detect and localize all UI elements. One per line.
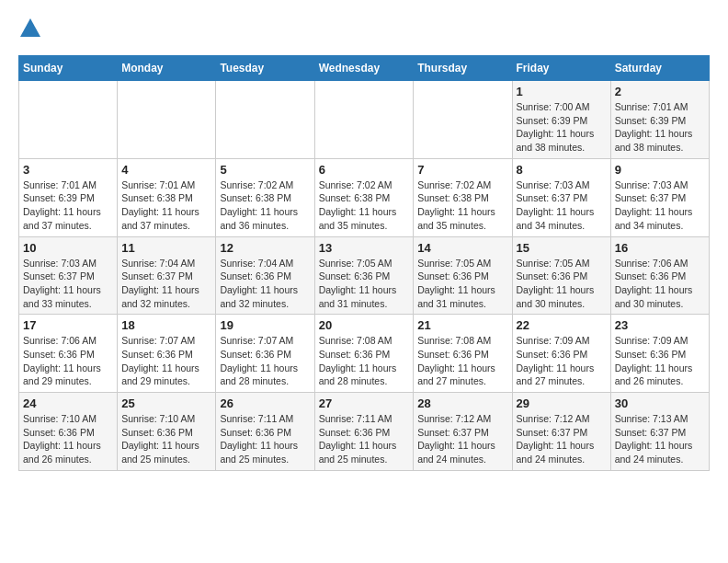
day-info: Sunrise: 7:01 AM Sunset: 6:38 PM Dayligh… — [121, 178, 211, 233]
day-info: Sunrise: 7:04 AM Sunset: 6:37 PM Dayligh… — [121, 257, 211, 311]
day-info: Sunrise: 7:06 AM Sunset: 6:36 PM Dayligh… — [615, 257, 705, 311]
calendar-cell: 1Sunrise: 7:00 AM Sunset: 6:39 PM Daylig… — [512, 81, 610, 159]
day-number: 23 — [615, 318, 705, 332]
day-info: Sunrise: 7:08 AM Sunset: 6:36 PM Dayligh… — [319, 334, 410, 388]
day-info: Sunrise: 7:06 AM Sunset: 6:36 PM Dayligh… — [23, 334, 113, 388]
day-info: Sunrise: 7:09 AM Sunset: 6:36 PM Dayligh… — [517, 334, 607, 388]
day-info: Sunrise: 7:11 AM Sunset: 6:36 PM Dayligh… — [220, 412, 310, 466]
calendar-cell: 26Sunrise: 7:11 AM Sunset: 6:36 PM Dayli… — [216, 393, 314, 471]
day-info: Sunrise: 7:10 AM Sunset: 6:36 PM Dayligh… — [23, 412, 113, 466]
weekday-header-thursday: Thursday — [414, 56, 512, 81]
day-number: 5 — [220, 163, 310, 177]
day-info: Sunrise: 7:02 AM Sunset: 6:38 PM Dayligh… — [220, 178, 310, 233]
calendar-week-2: 3Sunrise: 7:01 AM Sunset: 6:39 PM Daylig… — [19, 158, 710, 236]
calendar-cell: 28Sunrise: 7:12 AM Sunset: 6:37 PM Dayli… — [414, 393, 512, 471]
calendar-cell — [414, 81, 512, 159]
day-number: 21 — [417, 318, 507, 332]
calendar-cell: 12Sunrise: 7:04 AM Sunset: 6:36 PM Dayli… — [216, 236, 314, 315]
day-number: 29 — [517, 396, 607, 410]
day-number: 8 — [517, 163, 607, 177]
calendar-cell: 8Sunrise: 7:03 AM Sunset: 6:37 PM Daylig… — [512, 158, 610, 236]
weekday-header-tuesday: Tuesday — [216, 56, 314, 81]
day-number: 25 — [121, 396, 211, 410]
calendar-cell — [314, 81, 414, 159]
day-number: 30 — [615, 396, 705, 410]
day-number: 19 — [220, 318, 310, 332]
day-number: 22 — [517, 318, 607, 332]
calendar-cell: 30Sunrise: 7:13 AM Sunset: 6:37 PM Dayli… — [610, 393, 709, 471]
calendar-cell — [19, 81, 118, 159]
day-info: Sunrise: 7:00 AM Sunset: 6:39 PM Dayligh… — [517, 100, 607, 155]
day-info: Sunrise: 7:07 AM Sunset: 6:36 PM Dayligh… — [121, 334, 211, 388]
calendar-cell — [118, 81, 216, 159]
day-number: 10 — [23, 241, 113, 255]
logo — [18, 18, 40, 40]
day-info: Sunrise: 7:05 AM Sunset: 6:36 PM Dayligh… — [319, 257, 410, 311]
day-number: 7 — [417, 163, 507, 177]
calendar-cell: 16Sunrise: 7:06 AM Sunset: 6:36 PM Dayli… — [610, 236, 709, 315]
day-number: 27 — [319, 396, 410, 410]
day-info: Sunrise: 7:01 AM Sunset: 6:39 PM Dayligh… — [615, 100, 705, 155]
day-info: Sunrise: 7:02 AM Sunset: 6:38 PM Dayligh… — [417, 178, 507, 233]
weekday-header-monday: Monday — [118, 56, 216, 81]
calendar-cell: 22Sunrise: 7:09 AM Sunset: 6:36 PM Dayli… — [512, 315, 610, 393]
day-info: Sunrise: 7:03 AM Sunset: 6:37 PM Dayligh… — [517, 178, 607, 233]
calendar-cell — [216, 81, 314, 159]
calendar-cell: 19Sunrise: 7:07 AM Sunset: 6:36 PM Dayli… — [216, 315, 314, 393]
calendar-cell: 27Sunrise: 7:11 AM Sunset: 6:36 PM Dayli… — [314, 393, 414, 471]
weekday-header-friday: Friday — [512, 56, 610, 81]
calendar-cell: 17Sunrise: 7:06 AM Sunset: 6:36 PM Dayli… — [19, 315, 118, 393]
day-number: 17 — [23, 318, 113, 332]
day-info: Sunrise: 7:12 AM Sunset: 6:37 PM Dayligh… — [517, 412, 607, 466]
calendar-cell: 4Sunrise: 7:01 AM Sunset: 6:38 PM Daylig… — [118, 158, 216, 236]
day-number: 2 — [615, 85, 705, 98]
calendar-cell: 6Sunrise: 7:02 AM Sunset: 6:38 PM Daylig… — [314, 158, 414, 236]
day-info: Sunrise: 7:10 AM Sunset: 6:36 PM Dayligh… — [121, 412, 211, 466]
calendar-cell: 23Sunrise: 7:09 AM Sunset: 6:36 PM Dayli… — [610, 315, 709, 393]
calendar-cell: 10Sunrise: 7:03 AM Sunset: 6:37 PM Dayli… — [19, 236, 118, 315]
calendar-cell: 29Sunrise: 7:12 AM Sunset: 6:37 PM Dayli… — [512, 393, 610, 471]
day-info: Sunrise: 7:08 AM Sunset: 6:36 PM Dayligh… — [417, 334, 507, 388]
day-number: 3 — [23, 163, 113, 177]
calendar-week-1: 1Sunrise: 7:00 AM Sunset: 6:39 PM Daylig… — [19, 81, 710, 159]
day-info: Sunrise: 7:01 AM Sunset: 6:39 PM Dayligh… — [23, 178, 113, 233]
day-number: 24 — [23, 396, 113, 410]
day-number: 26 — [220, 396, 310, 410]
day-number: 14 — [417, 241, 507, 255]
day-info: Sunrise: 7:13 AM Sunset: 6:37 PM Dayligh… — [615, 412, 705, 466]
day-info: Sunrise: 7:12 AM Sunset: 6:37 PM Dayligh… — [417, 412, 507, 466]
day-number: 6 — [319, 163, 410, 177]
day-info: Sunrise: 7:11 AM Sunset: 6:36 PM Dayligh… — [319, 412, 410, 466]
day-info: Sunrise: 7:05 AM Sunset: 6:36 PM Dayligh… — [517, 257, 607, 311]
day-number: 20 — [319, 318, 410, 332]
calendar-cell: 14Sunrise: 7:05 AM Sunset: 6:36 PM Dayli… — [414, 236, 512, 315]
calendar-cell: 20Sunrise: 7:08 AM Sunset: 6:36 PM Dayli… — [314, 315, 414, 393]
calendar-cell: 25Sunrise: 7:10 AM Sunset: 6:36 PM Dayli… — [118, 393, 216, 471]
svg-marker-0 — [20, 18, 40, 37]
day-info: Sunrise: 7:04 AM Sunset: 6:36 PM Dayligh… — [220, 257, 310, 311]
day-info: Sunrise: 7:07 AM Sunset: 6:36 PM Dayligh… — [220, 334, 310, 388]
calendar-week-3: 10Sunrise: 7:03 AM Sunset: 6:37 PM Dayli… — [19, 236, 710, 315]
day-number: 28 — [417, 396, 507, 410]
calendar-cell: 13Sunrise: 7:05 AM Sunset: 6:36 PM Dayli… — [314, 236, 414, 315]
calendar-cell: 18Sunrise: 7:07 AM Sunset: 6:36 PM Dayli… — [118, 315, 216, 393]
day-info: Sunrise: 7:03 AM Sunset: 6:37 PM Dayligh… — [23, 257, 113, 311]
day-number: 18 — [121, 318, 211, 332]
day-number: 16 — [615, 241, 705, 255]
calendar-cell: 2Sunrise: 7:01 AM Sunset: 6:39 PM Daylig… — [610, 81, 709, 159]
day-info: Sunrise: 7:05 AM Sunset: 6:36 PM Dayligh… — [417, 257, 507, 311]
day-number: 11 — [121, 241, 211, 255]
weekday-header-wednesday: Wednesday — [314, 56, 414, 81]
calendar-cell: 21Sunrise: 7:08 AM Sunset: 6:36 PM Dayli… — [414, 315, 512, 393]
weekday-header-saturday: Saturday — [610, 56, 709, 81]
day-info: Sunrise: 7:09 AM Sunset: 6:36 PM Dayligh… — [615, 334, 705, 388]
calendar-cell: 9Sunrise: 7:03 AM Sunset: 6:37 PM Daylig… — [610, 158, 709, 236]
calendar-cell: 3Sunrise: 7:01 AM Sunset: 6:39 PM Daylig… — [19, 158, 118, 236]
calendar-week-4: 17Sunrise: 7:06 AM Sunset: 6:36 PM Dayli… — [19, 315, 710, 393]
page-header — [18, 18, 710, 40]
day-number: 1 — [517, 85, 607, 98]
calendar-cell: 5Sunrise: 7:02 AM Sunset: 6:38 PM Daylig… — [216, 158, 314, 236]
calendar-cell: 15Sunrise: 7:05 AM Sunset: 6:36 PM Dayli… — [512, 236, 610, 315]
calendar-cell: 7Sunrise: 7:02 AM Sunset: 6:38 PM Daylig… — [414, 158, 512, 236]
calendar-week-5: 24Sunrise: 7:10 AM Sunset: 6:36 PM Dayli… — [19, 393, 710, 471]
